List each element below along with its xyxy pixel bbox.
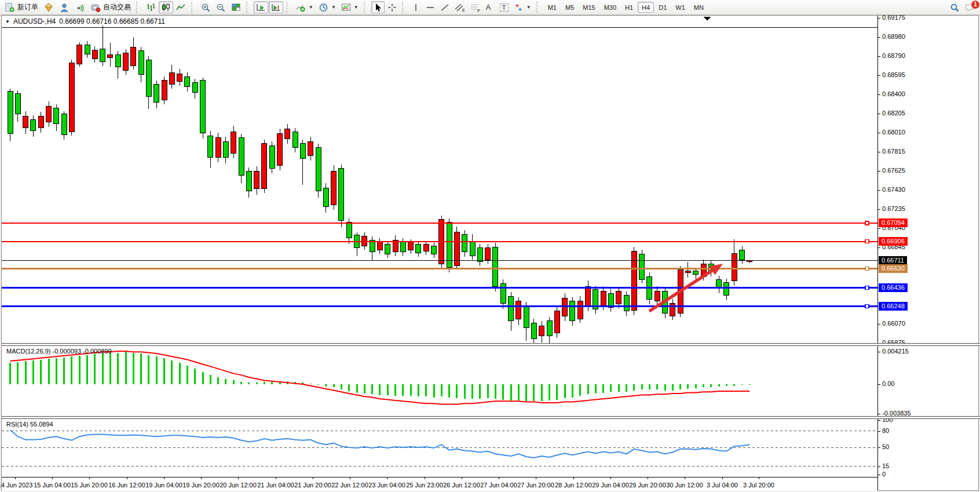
bar-chart-button[interactable] <box>144 1 158 13</box>
time-axis-tick <box>462 478 462 479</box>
notifications-button[interactable]: 1 <box>963 1 978 13</box>
search-button[interactable] <box>948 1 962 13</box>
panel-separator[interactable] <box>2 343 980 346</box>
cursor-button[interactable] <box>371 1 385 13</box>
text-label-button[interactable]: T <box>498 1 511 13</box>
time-axis-label: 29 Jun 04:00 <box>592 482 629 489</box>
axis-tick-label: 0.68790 <box>878 52 905 60</box>
time-axis-label: 26 Jun 12:00 <box>443 482 480 489</box>
axis-tick-label: 0 <box>878 471 886 479</box>
new-order-icon <box>5 3 15 12</box>
time-axis-tick <box>127 478 127 479</box>
toolbar-separator <box>402 2 407 13</box>
toolbar-separator <box>536 2 541 13</box>
timeframe-w1-button[interactable]: W1 <box>671 2 689 13</box>
zoom-in-button[interactable] <box>199 1 213 13</box>
bar-chart-icon <box>146 3 156 12</box>
line-chart-button[interactable] <box>174 1 188 13</box>
time-axis-label: 19 Jun 20:00 <box>182 482 220 489</box>
notification-count-badge: 1 <box>971 1 979 9</box>
time-axis-label: 27 Jun 04:00 <box>480 482 517 489</box>
macd-indicator-label: MACD(12,26,9) -0.000093 -0.000899 <box>6 348 112 355</box>
metaeditor-button[interactable] <box>41 1 56 13</box>
channel-icon: E <box>455 3 465 12</box>
axis-tick-label: 0.69175 <box>878 14 905 22</box>
timeframe-m15-button[interactable]: M15 <box>579 2 599 13</box>
axis-tick-label: 0.68400 <box>878 90 905 99</box>
auto-scroll-button[interactable] <box>254 1 268 13</box>
timeframe-mn-button[interactable]: MN <box>690 2 708 13</box>
rsi-indicator-label: RSI(14) 55.0894 <box>6 421 53 428</box>
panel-separator[interactable] <box>2 416 980 419</box>
trendline-button[interactable] <box>438 1 452 13</box>
timeframe-m30-button[interactable]: M30 <box>600 2 620 13</box>
axis-tick-label: 0.68010 <box>878 129 905 137</box>
chart-title-bar: ▼ AUDUSD-,H4 0.66699 0.66716 0.66685 0.6… <box>2 16 877 28</box>
time-axis-tick <box>313 478 313 479</box>
time-axis-label: 19 Jun 04:00 <box>145 482 182 489</box>
time-axis-label: 21 Jun 20:00 <box>294 482 331 489</box>
tile-windows-button[interactable] <box>229 1 243 13</box>
signals-button[interactable] <box>72 1 87 13</box>
chevron-down-icon: ▼ <box>526 5 531 10</box>
time-axis-tick <box>164 478 164 479</box>
price-line-badge: 0.66906 <box>879 237 908 246</box>
timeframe-h4-button[interactable]: H4 <box>638 2 654 13</box>
tile-windows-icon <box>231 3 241 12</box>
timeframe-d1-button[interactable]: D1 <box>654 2 671 13</box>
text-button[interactable]: A <box>484 1 497 13</box>
zoom-out-icon <box>216 3 226 12</box>
zoom-out-button[interactable] <box>214 1 228 13</box>
candlestick-chart-button[interactable] <box>159 1 173 13</box>
chevron-down-icon: ▼ <box>309 5 313 10</box>
new-order-button[interactable]: 新订单 <box>2 1 41 13</box>
template-icon <box>341 3 351 12</box>
time-axis-label: 15 Jun 04:00 <box>34 482 71 489</box>
gem-icon <box>43 3 54 12</box>
crosshair-button[interactable] <box>385 1 399 13</box>
templates-button[interactable]: ▼ <box>339 1 361 13</box>
candlestick-icon <box>161 3 171 12</box>
chart-dropdown-icon[interactable]: ▼ <box>5 19 10 24</box>
time-axis-label: 28 Jun 12:00 <box>555 482 592 489</box>
fibo-f-glyph: F <box>477 8 480 12</box>
time-axis-label: 3 Jul 20:00 <box>743 482 774 489</box>
text-label-icon: T <box>500 3 509 12</box>
periods-button[interactable]: ▼ <box>316 1 338 13</box>
axis-tick-label: 0.66070 <box>878 320 905 328</box>
arrows-button[interactable]: ▼ <box>511 1 533 13</box>
time-axis[interactable]: 14 Jun 202315 Jun 04:0015 Jun 20:0016 Ju… <box>2 477 877 491</box>
channel-e-glyph: E <box>462 8 465 12</box>
chart-shift-icon <box>271 3 281 12</box>
timeframe-m5-button[interactable]: M5 <box>561 2 578 13</box>
clock-icon <box>319 3 328 12</box>
price-axis[interactable]: 0.691750.689800.687900.685950.684000.682… <box>877 16 978 490</box>
timeframe-m1-button[interactable]: M1 <box>544 2 561 13</box>
chevron-down-icon: ▼ <box>331 5 336 10</box>
time-axis-tick <box>425 478 425 479</box>
vertical-line-button[interactable] <box>409 1 423 13</box>
equidistant-channel-button[interactable]: E <box>452 1 467 13</box>
autotrading-label: 自动交易 <box>103 2 131 12</box>
price-line-badge: 0.66630 <box>879 264 908 273</box>
chart-shift-button[interactable] <box>269 1 283 13</box>
zoom-in-icon <box>201 3 211 12</box>
axis-tick-label: 0.67625 <box>878 167 905 175</box>
fibonacci-button[interactable]: F <box>468 1 483 13</box>
autotrading-button[interactable]: 自动交易 <box>88 1 133 13</box>
time-axis-label: 21 Jun 04:00 <box>257 482 294 489</box>
horizontal-line-button[interactable] <box>423 1 437 13</box>
toolbar-separator <box>364 2 368 13</box>
time-axis-label: 14 Jun 2023 <box>0 482 32 489</box>
time-axis-tick <box>52 478 53 479</box>
axis-tick-label: 0.67815 <box>878 148 905 156</box>
timeframe-h1-button[interactable]: H1 <box>621 2 637 13</box>
indicators-button[interactable]: ▼ <box>294 1 316 13</box>
toolbar-separator <box>191 2 196 13</box>
chart-symbol-period: AUDUSD-,H4 <box>13 17 56 25</box>
mql5-community-button[interactable] <box>57 1 72 13</box>
axis-tick-label: 50 <box>878 443 889 451</box>
time-axis-tick <box>276 478 276 479</box>
time-axis-label: 22 Jun 12:00 <box>331 482 368 489</box>
axis-tick-label: 0.00 <box>878 380 894 388</box>
